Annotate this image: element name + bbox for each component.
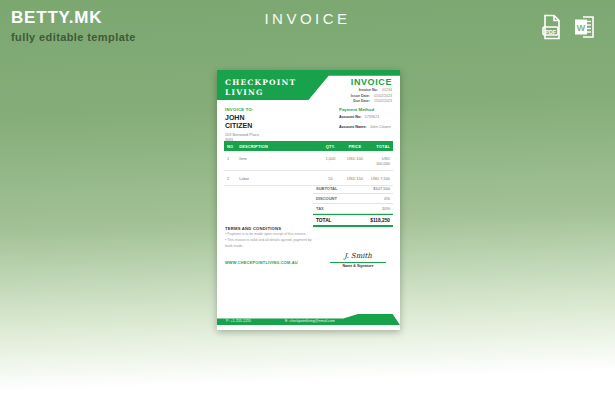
company-name-line1: CHECKPOINT: [225, 78, 296, 88]
subtotal-row: SUBTOTAL $107,500: [313, 184, 393, 194]
cell-qty: 1,000: [319, 156, 343, 166]
invoice-meta-row: Due Date: 15/02/2023: [351, 99, 392, 103]
col-header-price: PRICE: [342, 144, 367, 149]
tax-value: 10%: [382, 206, 390, 211]
cell-no: 2: [224, 176, 239, 181]
download-actions: PDF W: [540, 14, 597, 40]
col-header-no: NO: [224, 144, 239, 149]
account-no-row: Account No: 5739621: [339, 115, 391, 119]
cell-price: USD 150: [342, 176, 367, 181]
invoice-preview-document: CHECKPOINT LIVING INVOICE Invoice No: 01…: [217, 70, 400, 330]
grand-total-value: $118,250: [370, 218, 390, 223]
tax-row: TAX 10%: [313, 204, 393, 214]
footer-email: E: checkpointliving@email.com: [285, 319, 335, 323]
account-name-label: Account Name:: [339, 125, 367, 129]
pdf-file-icon[interactable]: PDF: [540, 14, 564, 40]
table-header-row: NO DESCRIPTION QTY. PRICE TOTAL: [224, 141, 393, 151]
terms-bullet: This invoice is valid and all details ag…: [225, 238, 320, 249]
tax-label: TAX: [316, 206, 324, 211]
company-name-line2: LIVING: [225, 88, 296, 98]
discount-row: DISCOUNT 0%: [313, 194, 393, 204]
terms-block: TERMS AND CONDITIONS Payment is to be ma…: [225, 226, 320, 265]
terms-heading: TERMS AND CONDITIONS: [225, 226, 320, 231]
meta-label: Invoice No:: [359, 88, 378, 92]
invoice-meta-row: Issue Date: 01/02/2023: [351, 94, 392, 98]
account-no-label: Account No:: [339, 115, 362, 119]
cell-qty: 50: [319, 176, 343, 181]
cell-description: Labor: [239, 176, 318, 181]
col-header-qty: QTY.: [319, 144, 343, 149]
col-header-description: DESCRIPTION: [239, 144, 318, 149]
payment-method-block: Payment Method Account No: 5739621 Accou…: [339, 107, 391, 129]
account-no-value: 5739621: [365, 115, 380, 119]
bill-to-block: INVOICE TO: JOHN CITIZEN 203 Benwood Pla…: [225, 107, 260, 143]
col-header-total: TOTAL: [368, 144, 393, 149]
cell-description: Item: [239, 156, 318, 166]
subtotal-value: $107,500: [373, 186, 390, 191]
client-first-name: JOHN: [225, 114, 260, 123]
meta-label: Due Date:: [353, 99, 370, 103]
invoice-meta-row: Invoice No: 01234: [351, 88, 392, 92]
discount-label: DISCOUNT: [316, 196, 337, 201]
meta-value: 01/02/2023: [374, 94, 392, 98]
discount-value: 0%: [384, 196, 390, 201]
cell-total: USD 7,500: [368, 176, 393, 181]
cell-no: 1: [224, 156, 239, 166]
subtotal-label: SUBTOTAL: [316, 186, 337, 191]
cell-price: USD 100: [342, 156, 367, 166]
account-name-value: John Citizen: [370, 125, 391, 129]
signature-caption: Name & Signature: [330, 264, 386, 268]
invoice-doc-title: INVOICE: [351, 77, 392, 87]
cell-total: USD 100,000: [368, 156, 393, 166]
company-name: CHECKPOINT LIVING: [225, 78, 296, 98]
account-name-row: Account Name: John Citizen: [339, 125, 391, 129]
client-last-name: CITIZEN: [225, 122, 260, 131]
svg-text:W: W: [577, 23, 586, 33]
terms-bullet: Payment is to be made upon receipt of th…: [225, 232, 320, 237]
payment-method-heading: Payment Method: [339, 107, 391, 112]
signature-name: J. Smith: [330, 252, 386, 263]
svg-text:PDF: PDF: [545, 29, 557, 35]
brand-tagline: fully editable template: [11, 31, 136, 43]
page-title: INVOICE: [0, 10, 615, 27]
meta-label: Issue Date:: [351, 94, 370, 98]
grand-total-label: TOTAL: [316, 218, 332, 223]
totals-block: SUBTOTAL $107,500 DISCOUNT 0% TAX 10% TO…: [313, 184, 393, 227]
grand-total-row: TOTAL $118,250: [313, 214, 393, 227]
meta-value: 15/02/2023: [374, 99, 392, 103]
word-file-icon[interactable]: W: [573, 14, 597, 40]
table-row: 1 Item 1,000 USD 100 USD 100,000: [224, 151, 393, 171]
meta-value: 01234: [382, 88, 392, 92]
line-items-table: NO DESCRIPTION QTY. PRICE TOTAL 1 Item 1…: [224, 141, 393, 186]
company-weblink: WWW.CHECKPOINTLIVING.COM.AU: [225, 260, 320, 265]
invoice-meta: Invoice No: 01234 Issue Date: 01/02/2023…: [351, 88, 392, 103]
bill-to-heading: INVOICE TO:: [225, 107, 260, 112]
signature-block: J. Smith Name & Signature: [330, 252, 386, 268]
footer-phone: P: +1-255-1255: [226, 319, 251, 323]
